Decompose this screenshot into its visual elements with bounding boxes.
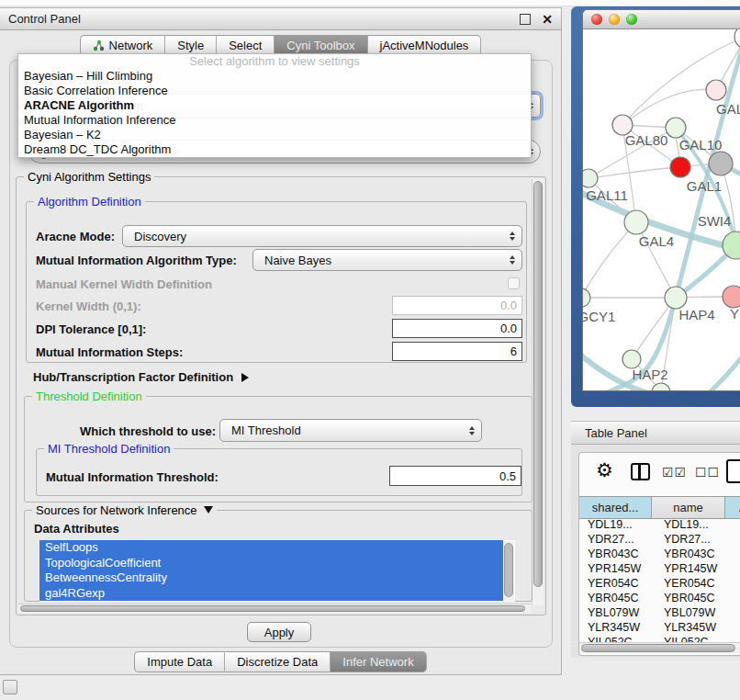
kernel-width-field[interactable]: 0.0 xyxy=(392,296,522,315)
table-row[interactable]: YIL052CYIL052C9 xyxy=(579,635,740,642)
mi-type-value: Naive Bayes xyxy=(264,254,508,267)
list-vertical-scrollbar[interactable] xyxy=(503,541,514,601)
tab-discretize-data[interactable]: Discretize Data xyxy=(225,651,331,672)
table-horizontal-scrollbar[interactable] xyxy=(579,642,740,653)
which-threshold-value: MI Threshold xyxy=(231,423,467,437)
scrollbar-thumb[interactable] xyxy=(581,644,735,652)
table-row[interactable]: YDR27...YDR27...12 xyxy=(579,532,740,547)
table-row[interactable]: YLR345WYLR345W9. xyxy=(579,620,740,635)
minimize-traffic-light-icon[interactable] xyxy=(609,14,620,25)
close-icon[interactable]: ✕ xyxy=(542,13,553,26)
network-edge[interactable] xyxy=(589,167,680,178)
algorithm-option[interactable]: ARACNE Algorithm xyxy=(18,98,531,113)
dpi-tolerance-field[interactable]: 0.0 xyxy=(392,319,522,338)
sources-title: Sources for Network Inference xyxy=(32,503,217,517)
aracne-mode-combo[interactable]: Discovery xyxy=(122,225,522,247)
vertical-scrollbar[interactable] xyxy=(532,179,544,605)
network-node-label: HAP4 xyxy=(678,307,714,322)
algorithm-option[interactable]: Bayesian – K2 xyxy=(18,128,531,142)
apply-button[interactable]: Apply xyxy=(247,622,311,642)
network-node[interactable] xyxy=(622,350,641,368)
scrollbar-thumb[interactable] xyxy=(20,605,525,612)
table-row[interactable]: YPR145WYPR145W9. xyxy=(579,561,740,576)
minimized-panel-button[interactable] xyxy=(3,680,17,694)
table-cell: YPR145W xyxy=(659,561,736,576)
network-node[interactable] xyxy=(583,169,598,187)
network-node[interactable] xyxy=(583,288,590,307)
network-window-titlebar[interactable] xyxy=(583,10,740,29)
network-node[interactable] xyxy=(723,286,740,308)
manual-kernel-checkbox[interactable] xyxy=(508,277,520,289)
combo-arrows-icon xyxy=(508,255,516,265)
table-header-row: shared...nameA xyxy=(579,496,740,519)
columns-icon[interactable] xyxy=(631,463,650,480)
which-threshold-combo[interactable]: MI Threshold xyxy=(219,419,482,442)
tab-impute-data[interactable]: Impute Data xyxy=(134,651,225,672)
table-cell: 9. xyxy=(736,591,740,605)
hub-definition-toggle[interactable]: Hub/Transcription Factor Definition xyxy=(33,368,249,385)
manual-kernel-label: Manual Kernel Width Definition xyxy=(36,277,212,291)
scrollbar-thumb[interactable] xyxy=(504,543,513,597)
data-attribute-item[interactable]: gal4RGexp xyxy=(39,586,503,602)
data-attribute-item[interactable]: SelfLoops xyxy=(39,540,503,556)
table-cell xyxy=(736,547,740,561)
table-row[interactable]: YER054CYER054C8. xyxy=(579,576,740,591)
data-attribute-item[interactable]: BetweennessCentrality xyxy=(39,570,503,586)
network-node[interactable] xyxy=(666,118,686,138)
network-node[interactable] xyxy=(706,80,726,100)
table-cell: YBL079W xyxy=(659,605,736,620)
network-view-window[interactable]: GALGAL80GAL10GAL1GAL11GAL4SWI4YHAP4GCY1H… xyxy=(582,9,740,391)
network-edge[interactable] xyxy=(691,346,740,391)
table-cell: 9 xyxy=(736,635,740,642)
mi-threshold-field[interactable]: 0.5 xyxy=(389,466,521,486)
horizontal-scrollbar[interactable] xyxy=(18,604,531,613)
algorithm-option[interactable]: Basic Correlation Inference xyxy=(18,84,531,98)
mi-steps-label: Mutual Information Steps: xyxy=(36,345,183,359)
network-canvas[interactable]: GALGAL80GAL10GAL1GAL11GAL4SWI4YHAP4GCY1H… xyxy=(583,29,740,391)
table-row[interactable]: YDL19...YDL19...13 xyxy=(579,517,740,532)
table-cell: YER054C xyxy=(579,576,659,591)
float-window-icon[interactable] xyxy=(520,14,531,25)
data-attribute-item[interactable]: TopologicalCoefficient xyxy=(39,556,503,571)
network-node[interactable] xyxy=(652,383,670,391)
column-header[interactable]: shared... xyxy=(579,497,652,518)
table-rows: YDL19...YDL19...13YDR27...YDR27...12YBR0… xyxy=(579,517,740,642)
mi-type-combo[interactable]: Naive Bayes xyxy=(252,249,522,271)
algorithm-option[interactable]: Bayesian – Hill Climbing xyxy=(18,69,531,84)
network-edge[interactable] xyxy=(583,222,636,298)
column-header[interactable]: name xyxy=(652,497,725,518)
network-node[interactable] xyxy=(709,152,733,175)
algorithm-dropdown-popup: Select algorithm to view settings Bayesi… xyxy=(17,53,532,158)
select-all-columns-icon[interactable]: ☑☑ xyxy=(662,465,687,480)
network-node-label: GAL10 xyxy=(679,137,723,152)
algorithm-option[interactable]: Dream8 DC_TDC Algorithm xyxy=(18,142,531,157)
network-node[interactable] xyxy=(734,29,740,49)
table-cell: 8. xyxy=(736,576,740,591)
tab-infer-network[interactable]: Infer Network xyxy=(331,651,426,672)
gear-icon[interactable]: ⚙ xyxy=(596,460,613,480)
table-row[interactable]: YBR045CYBR045C9. xyxy=(579,591,740,605)
table-cell: YBR045C xyxy=(579,591,659,605)
mi-steps-field[interactable]: 6 xyxy=(392,342,522,361)
collapse-arrow-icon[interactable] xyxy=(204,506,213,514)
top-strip xyxy=(0,0,740,6)
network-node[interactable] xyxy=(670,157,690,177)
column-header[interactable]: A xyxy=(725,497,740,518)
mi-threshold-group-title: MI Threshold Definition xyxy=(44,442,174,456)
network-node[interactable] xyxy=(624,210,648,234)
network-node-label: GCY1 xyxy=(583,309,615,324)
algorithm-option[interactable]: Mutual Information Inference xyxy=(18,113,531,128)
table-row[interactable]: YBR043CYBR043C xyxy=(579,547,740,561)
deselect-all-columns-icon[interactable]: ☐☐ xyxy=(695,465,720,480)
table-cell: YDL19... xyxy=(579,517,659,532)
table-cell: YIL052C xyxy=(659,635,736,642)
network-node[interactable] xyxy=(665,287,687,309)
zoom-traffic-light-icon[interactable] xyxy=(626,14,637,25)
tab-label: Impute Data xyxy=(147,653,212,671)
expand-arrow-icon[interactable] xyxy=(241,373,249,382)
scrollbar-thumb[interactable] xyxy=(533,181,543,587)
close-traffic-light-icon[interactable] xyxy=(591,14,602,25)
new-table-icon[interactable] xyxy=(726,459,740,483)
data-attributes-list[interactable]: SelfLoopsTopologicalCoefficientBetweenne… xyxy=(39,540,515,602)
table-row[interactable]: YBL079WYBL079W xyxy=(579,605,740,620)
